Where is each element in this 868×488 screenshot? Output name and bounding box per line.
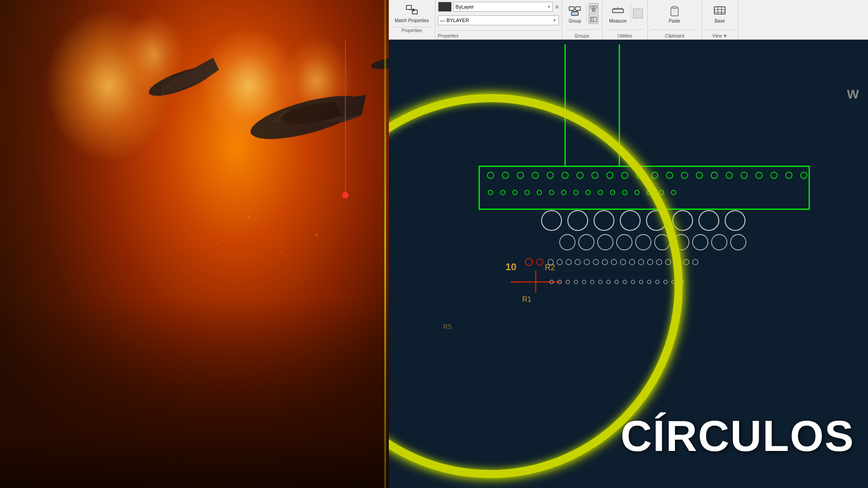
svg-rect-86 bbox=[671, 8, 678, 16]
linetype-row: — BYLAYER ▼ bbox=[438, 15, 559, 25]
match-properties-section[interactable]: Match Properties Properties bbox=[389, 0, 435, 39]
match-properties-button[interactable]: Match Properties bbox=[392, 1, 431, 25]
svg-point-143 bbox=[699, 211, 719, 230]
paste-button[interactable]: Paste bbox=[665, 2, 684, 25]
svg-point-9 bbox=[216, 243, 218, 245]
svg-point-118 bbox=[771, 172, 777, 178]
svg-point-11 bbox=[315, 234, 318, 236]
utilities-label-bottom: Utilities bbox=[618, 33, 632, 38]
svg-point-117 bbox=[756, 172, 762, 178]
color-expand-btn[interactable]: ≡ bbox=[555, 3, 558, 10]
svg-point-110 bbox=[651, 172, 658, 178]
red-marker-dot bbox=[342, 192, 349, 198]
circulos-text: CÍRCULOS bbox=[621, 411, 854, 461]
cad-drawing-area: W bbox=[389, 40, 868, 488]
linetype-dropdown[interactable]: — BYLAYER ▼ bbox=[438, 15, 559, 25]
svg-rect-87 bbox=[672, 6, 677, 9]
svg-point-135 bbox=[659, 190, 664, 195]
svg-point-144 bbox=[725, 211, 745, 230]
match-properties-label: Match Properties bbox=[395, 18, 429, 23]
panel-separator bbox=[384, 0, 386, 488]
color-dropdown-arrow: ▼ bbox=[547, 5, 551, 9]
svg-point-112 bbox=[681, 172, 688, 178]
svg-point-172 bbox=[684, 259, 689, 265]
svg-rect-65 bbox=[406, 5, 411, 9]
group-icon bbox=[568, 3, 582, 18]
svg-point-116 bbox=[741, 172, 747, 178]
color-value: ByLayer bbox=[456, 4, 474, 9]
group-button[interactable]: Group bbox=[566, 2, 585, 25]
svg-rect-70 bbox=[576, 7, 580, 10]
toolbar: Match Properties Properties ByLayer ▼ ≡ … bbox=[389, 0, 868, 40]
svg-point-136 bbox=[671, 190, 676, 195]
red-timeline-line bbox=[345, 41, 346, 194]
measure-label: Measure bbox=[609, 19, 627, 23]
cad-panel: Match Properties Properties ByLayer ▼ ≡ … bbox=[389, 0, 868, 488]
svg-point-153 bbox=[712, 235, 727, 250]
base-button[interactable]: Base bbox=[710, 2, 729, 25]
svg-line-67 bbox=[409, 9, 415, 10]
svg-point-10 bbox=[279, 252, 281, 253]
battle-scene-panel bbox=[0, 0, 393, 488]
group-extra-btn-2[interactable] bbox=[589, 14, 599, 24]
clipboard-label: Clipboard bbox=[665, 33, 684, 38]
svg-rect-74 bbox=[590, 6, 593, 8]
svg-rect-71 bbox=[571, 12, 578, 15]
color-swatch[interactable] bbox=[438, 2, 452, 12]
utilities-section: Measure Utilities bbox=[603, 0, 648, 39]
svg-marker-6 bbox=[154, 57, 221, 96]
view-section: Base View ▼ bbox=[702, 0, 738, 39]
svg-point-154 bbox=[731, 235, 746, 250]
svg-rect-66 bbox=[412, 10, 417, 14]
group-extra-buttons bbox=[589, 3, 599, 24]
groups-label: Groups bbox=[575, 33, 590, 38]
svg-rect-91 bbox=[714, 7, 725, 14]
paste-label: Paste bbox=[669, 19, 680, 23]
svg-point-111 bbox=[666, 172, 673, 178]
svg-rect-69 bbox=[569, 7, 574, 10]
group-section: Group Groups bbox=[562, 0, 603, 39]
measure-button[interactable]: Measure bbox=[607, 2, 629, 25]
svg-point-120 bbox=[801, 172, 807, 178]
svg-point-173 bbox=[693, 259, 698, 265]
svg-point-115 bbox=[726, 172, 732, 178]
svg-point-119 bbox=[786, 172, 792, 178]
group-label: Group bbox=[569, 19, 581, 23]
clipboard-section: Paste Clipboard bbox=[648, 0, 702, 39]
view-label: View bbox=[712, 33, 722, 38]
color-row: ByLayer ▼ ≡ bbox=[438, 2, 559, 12]
svg-rect-80 bbox=[613, 9, 623, 13]
color-dropdown[interactable]: ByLayer ▼ bbox=[453, 2, 553, 12]
svg-point-8 bbox=[247, 216, 250, 218]
paste-icon bbox=[667, 3, 682, 18]
base-label: Base bbox=[715, 19, 725, 23]
spaceships-svg bbox=[90, 27, 393, 253]
svg-point-114 bbox=[711, 172, 717, 178]
svg-point-152 bbox=[693, 235, 708, 250]
svg-rect-76 bbox=[592, 9, 595, 11]
svg-rect-75 bbox=[594, 6, 597, 8]
view-arrow: ▼ bbox=[723, 33, 727, 38]
properties-bottom-label: Properties bbox=[438, 33, 559, 38]
linetype-value: — BYLAYER bbox=[440, 18, 469, 23]
linetype-dropdown-arrow: ▼ bbox=[553, 19, 557, 23]
base-icon bbox=[712, 3, 727, 18]
match-properties-icon bbox=[405, 3, 419, 17]
properties-section-label: Properties bbox=[401, 28, 422, 33]
crowd-silhouette bbox=[0, 298, 393, 488]
layer-properties-section: ByLayer ▼ ≡ — BYLAYER ▼ Properties bbox=[435, 0, 562, 39]
measure-icon bbox=[611, 3, 625, 18]
utilities-extra-btn[interactable] bbox=[633, 9, 643, 19]
svg-point-142 bbox=[673, 211, 693, 230]
group-extra-btn-1[interactable] bbox=[589, 3, 599, 13]
svg-point-113 bbox=[696, 172, 703, 178]
